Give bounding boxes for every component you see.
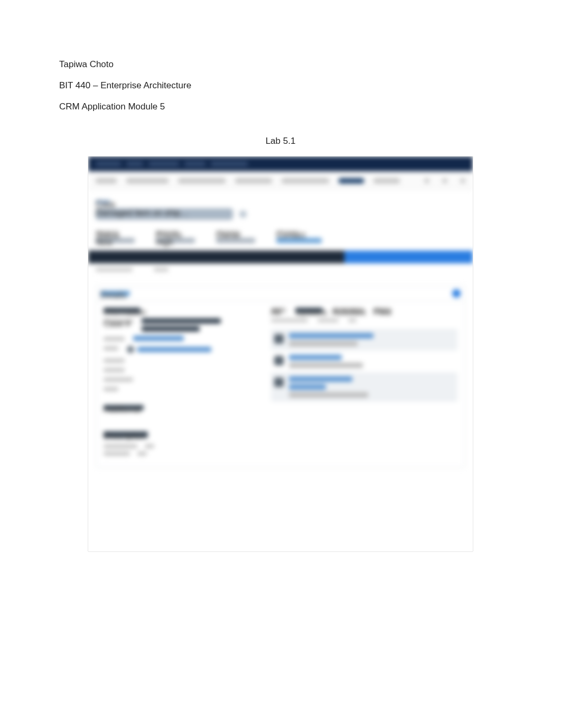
field-link[interactable]	[133, 336, 184, 341]
field-label	[104, 358, 125, 363]
nav-item[interactable]	[282, 178, 329, 183]
field-value	[142, 326, 200, 331]
sub-tabs	[88, 263, 473, 281]
field-label	[104, 387, 118, 391]
summary-label: Contact	[276, 231, 300, 235]
main-nav	[88, 171, 473, 190]
nav-item-active[interactable]	[339, 178, 364, 183]
section-heading: Information	[104, 308, 141, 313]
avatar-icon	[274, 377, 284, 387]
topbar-item[interactable]	[211, 162, 248, 166]
topbar-item[interactable]	[148, 162, 179, 166]
summary-label: Priority	[156, 231, 179, 235]
record-title: Damaged item on ship…	[96, 208, 233, 220]
topbar-item[interactable]	[126, 162, 143, 166]
avatar-icon	[274, 356, 284, 365]
feed-filter[interactable]	[317, 318, 339, 322]
feed-item[interactable]	[271, 329, 457, 351]
stage-tab-active[interactable]	[344, 251, 473, 263]
field-value	[137, 451, 147, 456]
field-label	[104, 337, 125, 341]
nav-item-home[interactable]	[96, 178, 117, 183]
field-link[interactable]	[137, 347, 211, 352]
nav-item[interactable]	[178, 178, 226, 183]
nav-utility-icon[interactable]	[442, 178, 447, 183]
avatar-icon	[274, 334, 284, 344]
field-label	[104, 346, 118, 351]
nav-item[interactable]	[126, 178, 169, 183]
subtab[interactable]	[96, 268, 133, 272]
nav-item[interactable]	[235, 178, 272, 183]
feed-filter[interactable]	[348, 318, 357, 322]
author-name: Tapiwa Choto	[59, 58, 502, 71]
field-label: Case #	[104, 319, 133, 324]
summary-fields: Status New Priority High Owner Contact	[88, 226, 473, 251]
section-heading: Description	[104, 431, 148, 438]
feed-item-title[interactable]	[289, 376, 352, 382]
feed-item-meta	[289, 363, 363, 368]
feed-tabs: All Updates Activities Files	[271, 308, 457, 313]
breadcrumb[interactable]: Case	[96, 200, 110, 204]
record-header: Case Damaged item on ship…	[88, 190, 473, 226]
details-left-column: Information Case #	[96, 301, 266, 467]
nav-utility-icon[interactable]	[424, 178, 429, 183]
feed-item-title[interactable]	[289, 333, 373, 338]
topbar-item[interactable]	[184, 162, 205, 166]
feed-item-title[interactable]	[289, 355, 342, 360]
crm-screenshot: Case Damaged item on ship… Status New Pr…	[88, 156, 473, 552]
section-heading: Additional	[104, 405, 144, 410]
feed-tab[interactable]: Activities	[332, 308, 364, 313]
field-label	[104, 368, 125, 372]
field-value	[142, 318, 221, 324]
field-label	[104, 451, 130, 456]
summary-value: New	[96, 238, 135, 243]
feed-item-meta	[289, 341, 358, 346]
feed-filter[interactable]	[271, 318, 308, 322]
summary-label: Owner	[216, 231, 239, 235]
avatar-icon	[127, 346, 134, 353]
feed-item[interactable]	[271, 351, 457, 372]
summary-label: Status	[96, 231, 119, 235]
details-panel: Details Information Case #	[96, 285, 465, 468]
panel-action-icon[interactable]	[452, 289, 461, 298]
feed-tab[interactable]: All	[271, 308, 286, 313]
activity-feed: All Updates Activities Files	[266, 301, 465, 467]
topbar-item[interactable]	[96, 162, 121, 166]
feed-item[interactable]	[271, 372, 457, 402]
nav-item[interactable]	[373, 178, 400, 183]
app-topbar	[88, 156, 473, 171]
assignment-title: CRM Application Module 5	[59, 100, 502, 113]
stage-tab[interactable]	[217, 251, 345, 263]
summary-value-link[interactable]	[276, 238, 322, 243]
feed-tab-active[interactable]: Updates	[295, 308, 323, 313]
lab-heading: Lab 5.1	[59, 136, 502, 146]
field-value	[145, 444, 154, 448]
panel-title: Details	[100, 291, 130, 296]
summary-value: High	[156, 238, 195, 243]
feed-item-subtitle[interactable]	[289, 384, 326, 390]
feed-item-meta	[289, 392, 368, 398]
subtab[interactable]	[154, 268, 169, 272]
field-label	[104, 377, 133, 382]
feed-tab[interactable]: Files	[373, 308, 391, 313]
nav-utility-icon[interactable]	[460, 178, 465, 183]
chevron-down-icon[interactable]	[239, 210, 247, 218]
field-label	[104, 444, 137, 448]
course-title: BIT 440 – Enterprise Architecture	[59, 79, 502, 92]
stage-tab[interactable]	[88, 251, 217, 263]
summary-value	[216, 238, 255, 243]
stage-tabs	[88, 251, 473, 263]
